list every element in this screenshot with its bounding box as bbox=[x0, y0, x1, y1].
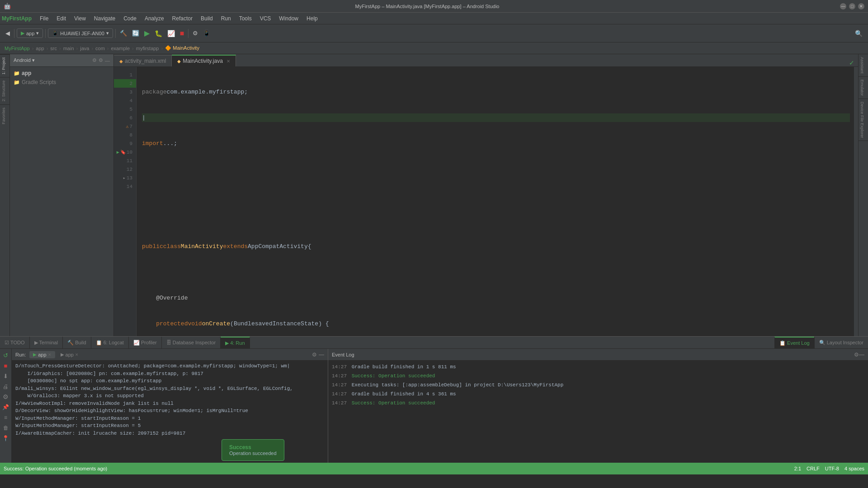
debug-button[interactable]: 🐛 bbox=[153, 29, 164, 38]
stop-button[interactable]: ■ bbox=[178, 28, 186, 38]
run-button[interactable]: ▶ bbox=[142, 28, 151, 38]
event-log-content[interactable]: 14:27 Gradle build finished in 1 s 811 m… bbox=[328, 361, 868, 463]
tree-item-gradle[interactable]: 📁 Gradle Scripts bbox=[10, 78, 113, 87]
tab-layout-inspector[interactable]: 🔍 Layout Inspector bbox=[814, 337, 868, 348]
breadcrumb-myfirstapp[interactable]: myfirstapp bbox=[136, 46, 159, 51]
project-panel: Android ▾ ⚙ ⚙ — 📁 app 📁 Gradle Scripts bbox=[10, 54, 114, 336]
panel-close-btn[interactable]: — bbox=[105, 58, 110, 63]
menu-window[interactable]: Window bbox=[275, 14, 302, 23]
fold-icon-13[interactable]: ▸ bbox=[123, 175, 126, 181]
tab-event-log[interactable]: 📋 Event Log bbox=[774, 337, 814, 348]
run-config-label: app bbox=[26, 31, 34, 36]
breadcrumb-java[interactable]: java bbox=[80, 46, 89, 51]
avd-manager-button[interactable]: 📱 bbox=[201, 29, 212, 38]
tree-item-app[interactable]: 📁 app bbox=[10, 69, 113, 78]
run-pin2-button[interactable]: 📍 bbox=[1, 434, 10, 443]
code-line-4 bbox=[142, 165, 850, 174]
back-navigation-button[interactable]: ◀ bbox=[4, 29, 12, 38]
run-variants-button[interactable]: ≡ bbox=[1, 413, 10, 422]
run-scroll-end-button[interactable]: ⬇ bbox=[1, 371, 10, 380]
menu-navigate[interactable]: Navigate bbox=[90, 14, 119, 23]
java-tab-close[interactable]: ✕ bbox=[226, 59, 230, 64]
event-log-settings-btn[interactable]: ⚙ bbox=[854, 352, 859, 358]
menu-build[interactable]: Build bbox=[197, 14, 217, 23]
sidebar-item-structure[interactable]: 2: Structure bbox=[0, 77, 9, 104]
tab-terminal[interactable]: ▶ Terminal bbox=[30, 337, 63, 348]
run-print-button[interactable]: 🖨 bbox=[1, 382, 10, 391]
breadcrumb-src[interactable]: src bbox=[50, 46, 57, 51]
breadcrumb-app[interactable]: app bbox=[36, 46, 44, 51]
sidebar-item-project[interactable]: 1: Project bbox=[0, 54, 9, 77]
device-dropdown-icon: ▾ bbox=[106, 30, 109, 36]
make-project-button[interactable]: 🔨 bbox=[118, 29, 129, 38]
profile-button[interactable]: 📈 bbox=[165, 29, 177, 38]
breadcrumb-main[interactable]: main bbox=[63, 46, 74, 51]
menu-run[interactable]: Run bbox=[217, 14, 235, 23]
menu-analyze[interactable]: Analyze bbox=[141, 14, 168, 23]
run-panel-minimize-btn[interactable]: — bbox=[319, 352, 324, 358]
breadcrumb-sep-3: › bbox=[59, 46, 61, 51]
maximize-button[interactable]: □ bbox=[849, 3, 855, 9]
sidebar-item-assistant[interactable]: Assistant bbox=[859, 54, 868, 77]
menu-help[interactable]: Help bbox=[303, 14, 321, 23]
sdk-manager-button[interactable]: ⚙ bbox=[191, 29, 200, 38]
minimize-button[interactable]: — bbox=[840, 3, 846, 9]
device-selector[interactable]: 📱 HUAWEI JEF-AN00 ▾ bbox=[48, 28, 113, 38]
breadcrumb-mainactivity[interactable]: 🔶 MainActivity bbox=[165, 45, 199, 51]
sidebar-item-favorites[interactable]: Favorites bbox=[0, 104, 9, 127]
event-log-minimize-btn[interactable]: — bbox=[859, 352, 864, 358]
editor-scrollbar[interactable] bbox=[854, 67, 858, 336]
run-gutter-icon[interactable]: ▶ bbox=[117, 150, 119, 155]
menu-file[interactable]: File bbox=[36, 14, 52, 23]
run-tab1-icon: ▶ bbox=[33, 352, 37, 357]
close-button[interactable]: ✕ bbox=[858, 3, 864, 9]
tab-run[interactable]: ▶ 4: Run bbox=[221, 337, 250, 348]
sidebar-item-device-explorer[interactable]: Device File Explorer bbox=[859, 99, 868, 141]
tab-activity-main-xml[interactable]: ◆ activity_main.xml bbox=[114, 55, 172, 66]
project-view-selector[interactable]: Android ▾ bbox=[14, 57, 35, 63]
menu-vcs[interactable]: VCS bbox=[256, 14, 275, 23]
tab-mainactivity-java[interactable]: ◆ MainActivity.java ✕ bbox=[172, 55, 236, 66]
run-stop-button[interactable]: ■ bbox=[1, 361, 10, 370]
panel-sync-btn[interactable]: ⚙ bbox=[92, 57, 97, 63]
tab-build[interactable]: 🔨 Build bbox=[63, 337, 91, 348]
project-panel-header: Android ▾ ⚙ ⚙ — bbox=[10, 54, 113, 67]
run-tab2-close[interactable]: ✕ bbox=[75, 352, 79, 357]
el-message-3: Executing tasks: [:app:assembleDebug] in… bbox=[352, 382, 564, 388]
toolbar-separator-4 bbox=[188, 29, 189, 38]
run-clear-button[interactable]: 🗑 bbox=[1, 423, 10, 432]
cursor-position: 2:1 bbox=[794, 466, 801, 471]
breadcrumb-example[interactable]: example bbox=[111, 46, 130, 51]
menu-refactor[interactable]: Refactor bbox=[169, 14, 196, 23]
menu-view[interactable]: View bbox=[71, 14, 90, 23]
breadcrumb-com[interactable]: com bbox=[95, 46, 105, 51]
sync-button[interactable]: 🔄 bbox=[130, 29, 141, 38]
panel-settings-btn[interactable]: ⚙ bbox=[99, 57, 103, 63]
run-pin-button[interactable]: 📌 bbox=[1, 403, 10, 412]
tab-database-inspector[interactable]: 🗄 Database Inspector bbox=[162, 337, 221, 348]
menu-code[interactable]: Code bbox=[120, 14, 140, 23]
menu-edit[interactable]: Edit bbox=[53, 14, 70, 23]
status-bar: Success: Operation succeeded (moments ag… bbox=[0, 463, 868, 474]
breadcrumb-sep-4: › bbox=[76, 46, 78, 51]
run-tab1-close[interactable]: ✕ bbox=[48, 352, 52, 357]
run-sub-tab-app1[interactable]: ▶ app ✕ bbox=[29, 351, 55, 358]
menu-tools[interactable]: Tools bbox=[236, 14, 255, 23]
tab-todo[interactable]: ☑ TODO bbox=[0, 337, 30, 348]
database-icon: 🗄 bbox=[166, 340, 171, 345]
run-config-selector[interactable]: ▶ app ▾ bbox=[17, 28, 43, 38]
code-editor[interactable]: 1 2 3 4 5 6 ⚠7 8 9 ▶ 🔖10 11 12 ▸13 bbox=[114, 67, 858, 336]
run-sub-tab-app2[interactable]: ▶ app ✕ bbox=[57, 351, 82, 358]
tab-profiler[interactable]: 📈 Profiler bbox=[129, 337, 162, 348]
run-settings-button[interactable]: ⚙ bbox=[1, 392, 10, 401]
tab-logcat[interactable]: 📋 6: Logcat bbox=[91, 337, 129, 348]
search-everywhere-button[interactable]: 🔍 bbox=[853, 29, 864, 38]
code-content[interactable]: package com.example.myfirstapp; | import… bbox=[137, 67, 854, 336]
run-restart-button[interactable]: ↺ bbox=[1, 351, 10, 360]
app-logo: 🤖 bbox=[4, 3, 11, 9]
run-line-2: I/iGraphics: [0020080c] pn: com.example.… bbox=[15, 370, 324, 378]
sidebar-item-emulator[interactable]: Emulator bbox=[859, 77, 868, 99]
el-time-1: 14:27 bbox=[332, 364, 347, 370]
run-panel-settings-btn[interactable]: ⚙ bbox=[312, 352, 317, 358]
breadcrumb-myFirstApp[interactable]: MyFirstApp bbox=[5, 46, 30, 51]
